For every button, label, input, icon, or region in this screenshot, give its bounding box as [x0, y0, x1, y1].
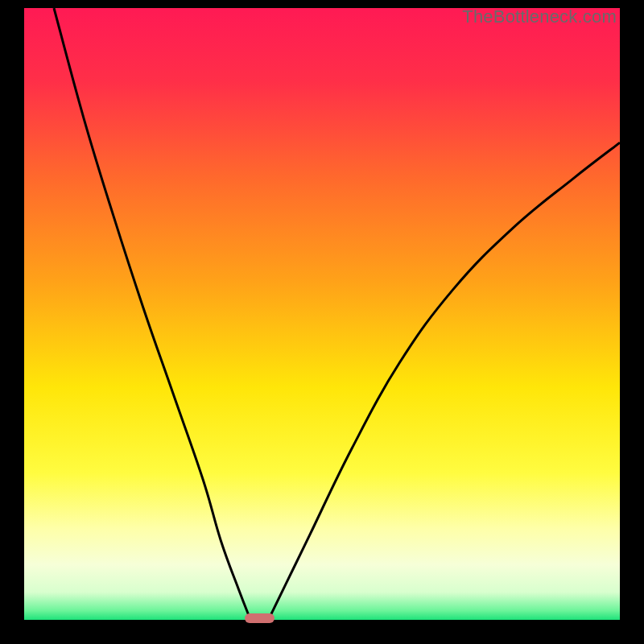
- watermark-text: TheBottleneck.com: [462, 6, 617, 27]
- bottleneck-curves: [24, 8, 620, 620]
- right-curve: [268, 142, 620, 620]
- left-curve: [54, 8, 250, 620]
- chart-plot-area: [24, 8, 620, 620]
- optimal-point-marker: [245, 613, 275, 623]
